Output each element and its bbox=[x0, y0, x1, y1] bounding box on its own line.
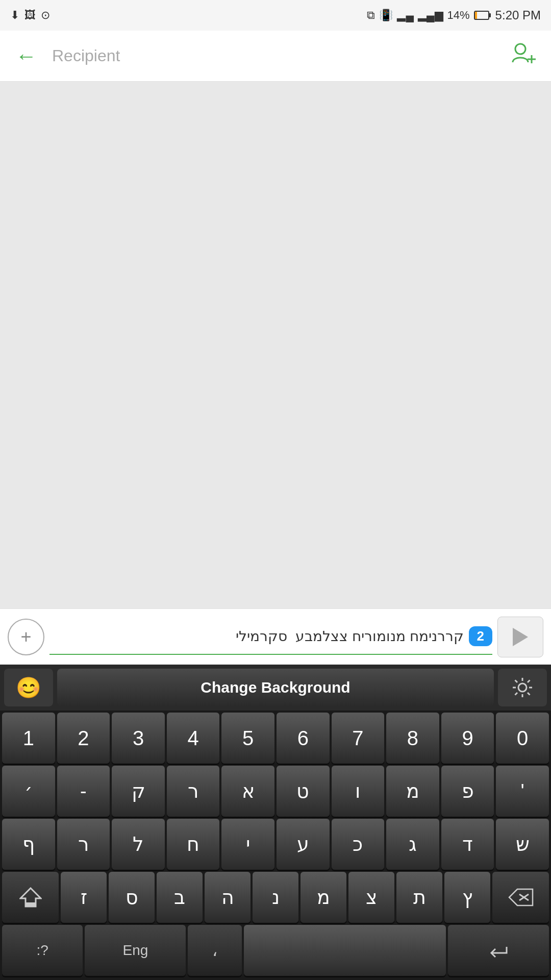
key-tav[interactable]: ת bbox=[396, 872, 442, 923]
key-yod[interactable]: י bbox=[221, 819, 274, 870]
key-gimel[interactable]: ג bbox=[386, 819, 439, 870]
nav-bar: ← Recipient bbox=[0, 31, 551, 82]
key-shin[interactable]: ש bbox=[496, 819, 549, 870]
language-key[interactable]: Eng bbox=[85, 925, 186, 976]
send-button[interactable] bbox=[497, 617, 543, 657]
plus-icon: + bbox=[20, 626, 31, 648]
enter-key[interactable] bbox=[448, 925, 549, 976]
hebrew-row-1: ׳ - ק ר א ט ו מ פ ' bbox=[2, 766, 549, 817]
key-apostrophe[interactable]: ' bbox=[496, 766, 549, 817]
svg-rect-16 bbox=[26, 902, 36, 906]
key-8[interactable]: 8 bbox=[386, 713, 439, 764]
key-ayin[interactable]: ע bbox=[277, 819, 330, 870]
key-samech[interactable]: ס bbox=[109, 872, 155, 923]
comma-key[interactable]: ، bbox=[188, 925, 242, 976]
message-bar: + 2 bbox=[0, 608, 551, 665]
key-0[interactable]: 0 bbox=[496, 713, 549, 764]
backspace-icon bbox=[508, 888, 534, 906]
key-tsadi[interactable]: צ bbox=[348, 872, 394, 923]
key-pe[interactable]: פ bbox=[441, 766, 494, 817]
key-zayin[interactable]: ז bbox=[61, 872, 107, 923]
cast-icon: ⧉ bbox=[367, 9, 375, 22]
recipient-input[interactable]: Recipient bbox=[37, 46, 510, 65]
status-left-icons: ⬇ 🖼 ⊙ bbox=[10, 9, 50, 22]
key-resh2[interactable]: ף bbox=[2, 819, 55, 870]
change-background-label: Change Background bbox=[201, 679, 350, 696]
key-5[interactable]: 5 bbox=[221, 713, 274, 764]
key-resh3[interactable]: ר bbox=[57, 819, 110, 870]
key-9[interactable]: 9 bbox=[441, 713, 494, 764]
key-3[interactable]: 3 bbox=[112, 713, 165, 764]
key-kaf[interactable]: כ bbox=[332, 819, 385, 870]
key-tsadi-sofit[interactable]: ץ bbox=[444, 872, 490, 923]
clock: 5:20 PM bbox=[495, 8, 541, 22]
signal1-icon: ▂▄ bbox=[397, 9, 414, 22]
svg-line-12 bbox=[528, 693, 530, 695]
svg-point-3 bbox=[515, 44, 525, 54]
add-contact-button[interactable] bbox=[510, 41, 536, 71]
vibrate-icon: 📳 bbox=[379, 9, 393, 22]
gear-icon bbox=[512, 677, 533, 698]
svg-line-13 bbox=[528, 680, 530, 683]
symbols-key[interactable]: :? bbox=[2, 925, 83, 976]
key-het[interactable]: ח bbox=[167, 819, 220, 870]
download-icon: ⬇ bbox=[10, 9, 19, 22]
keyboard: 😊 Change Background bbox=[0, 665, 551, 980]
keyboard-top-bar: 😊 Change Background bbox=[0, 665, 551, 710]
key-dalet[interactable]: ד bbox=[441, 819, 494, 870]
key-lamed[interactable]: ל bbox=[112, 819, 165, 870]
key-6[interactable]: 6 bbox=[277, 713, 330, 764]
key-alef[interactable]: א bbox=[221, 766, 274, 817]
signal2-icon: ▂▄▆ bbox=[418, 9, 443, 22]
status-right-icons: ⧉ 📳 ▂▄ ▂▄▆ 14% 5:20 PM bbox=[367, 8, 541, 22]
key-2[interactable]: 2 bbox=[57, 713, 110, 764]
key-bet[interactable]: ב bbox=[157, 872, 203, 923]
shift-icon bbox=[19, 887, 42, 908]
keyboard-rows: 1 2 3 4 5 6 7 8 9 0 ׳ - ק ר א ט ו מ פ ' … bbox=[0, 710, 551, 976]
backspace-key[interactable] bbox=[492, 872, 549, 923]
battery-percent: 14% bbox=[447, 9, 470, 22]
key-1[interactable]: 1 bbox=[2, 713, 55, 764]
shift-key[interactable] bbox=[2, 872, 59, 923]
key-nun[interactable]: נ bbox=[253, 872, 298, 923]
battery-icon bbox=[474, 10, 491, 20]
enter-icon bbox=[488, 943, 509, 958]
keyboard-settings-button[interactable] bbox=[498, 669, 547, 706]
svg-line-11 bbox=[515, 680, 518, 683]
svg-rect-2 bbox=[475, 12, 477, 19]
image-icon: 🖼 bbox=[24, 9, 36, 22]
chat-area bbox=[0, 82, 551, 608]
message-input-container: 2 bbox=[49, 619, 492, 655]
key-kuf[interactable]: ק bbox=[112, 766, 165, 817]
svg-rect-1 bbox=[489, 13, 491, 17]
key-pe-sofit[interactable]: ׳ bbox=[2, 766, 55, 817]
bottom-row: :? Eng ، bbox=[2, 925, 549, 976]
key-mem[interactable]: מ bbox=[386, 766, 439, 817]
number-row: 1 2 3 4 5 6 7 8 9 0 bbox=[2, 713, 549, 764]
status-bar: ⬇ 🖼 ⊙ ⧉ 📳 ▂▄ ▂▄▆ 14% 5:20 PM bbox=[0, 0, 551, 31]
hebrew-row-2: ף ר ל ח י ע כ ג ד ש bbox=[2, 819, 549, 870]
back-button[interactable]: ← bbox=[15, 44, 37, 68]
key-tet[interactable]: ט bbox=[277, 766, 330, 817]
space-key[interactable] bbox=[244, 925, 446, 976]
send-arrow-icon bbox=[513, 628, 528, 646]
svg-point-6 bbox=[518, 683, 527, 692]
message-input[interactable] bbox=[49, 628, 464, 645]
key-resh[interactable]: ר bbox=[167, 766, 220, 817]
hebrew-row-3: ז ס ב ה נ מ צ ת ץ bbox=[2, 872, 549, 923]
key-he[interactable]: ה bbox=[205, 872, 251, 923]
svg-line-14 bbox=[515, 693, 518, 695]
message-add-button[interactable]: + bbox=[8, 619, 44, 655]
key-mem2[interactable]: מ bbox=[300, 872, 346, 923]
key-4[interactable]: 4 bbox=[167, 713, 220, 764]
key-vav[interactable]: ו bbox=[332, 766, 385, 817]
change-background-button[interactable]: Change Background bbox=[57, 669, 494, 706]
circle-icon: ⊙ bbox=[41, 9, 50, 22]
key-minus[interactable]: - bbox=[57, 766, 110, 817]
emoji-button[interactable]: 😊 bbox=[4, 669, 53, 706]
emoji-icon: 😊 bbox=[16, 676, 41, 700]
message-badge: 2 bbox=[469, 626, 492, 646]
key-7[interactable]: 7 bbox=[332, 713, 385, 764]
